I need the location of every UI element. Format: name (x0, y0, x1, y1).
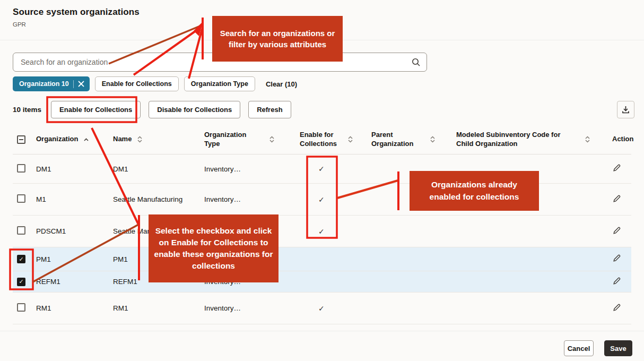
cell-name: Seattle Manufacturing (113, 195, 204, 203)
sort-icon[interactable] (269, 136, 274, 143)
cell-organization-type: Inventory… (204, 165, 300, 173)
active-filter-label: Organization 10 (19, 80, 69, 88)
refresh-button[interactable]: Refresh (248, 101, 291, 118)
column-header-modeled-subinventory-code[interactable]: Modeled Subinventory Code for Child Orga… (456, 131, 605, 148)
table-row-pdscm1[interactable]: PDSCM1 Seattle Manufacturing Inventory… … (13, 216, 631, 247)
row-checkbox[interactable] (17, 194, 25, 203)
column-header-organization-type[interactable]: Organization Type (204, 131, 300, 148)
column-header-organization[interactable]: Organization (36, 135, 113, 143)
save-button[interactable]: Save (604, 340, 632, 356)
cell-organization: RM1 (36, 304, 113, 312)
source-system-organizations-page: Source system organizations GPR Organiza… (0, 0, 644, 361)
active-filter-chip[interactable]: Organization 10 (13, 76, 90, 91)
enable-for-collections-button[interactable]: Enable for Collections (51, 101, 141, 118)
sort-icon[interactable] (430, 136, 435, 143)
page-title: Source system organizations (13, 7, 140, 18)
column-header-enable-for-collections[interactable]: Enable for Collections (300, 131, 371, 148)
select-all-checkbox[interactable] (17, 135, 25, 144)
table-row-dm1[interactable]: DM1 DM1 Inventory… ✓ (13, 154, 631, 184)
cell-organization: REFM1 (36, 278, 113, 286)
cell-name: Seattle Manufacturing (113, 227, 204, 235)
edit-pencil-icon[interactable] (612, 303, 621, 312)
column-header-name[interactable]: Name (113, 135, 204, 143)
cell-organization: PM1 (36, 255, 113, 263)
row-checkbox[interactable] (17, 303, 25, 312)
row-checkbox[interactable] (17, 226, 25, 235)
search-icon[interactable] (405, 53, 427, 71)
clear-filters-button[interactable]: Clear (10) (266, 80, 297, 88)
edit-pencil-icon[interactable] (612, 277, 621, 286)
search-bar[interactable] (13, 53, 427, 72)
annotation-arrowhead (194, 21, 203, 36)
organizations-table: Organization Name Organization Type Enab… (13, 125, 631, 324)
enabled-checkmark-icon: ✓ (300, 304, 371, 313)
sort-icon[interactable] (348, 136, 353, 143)
cell-name: PM1 (113, 255, 204, 263)
sort-icon[interactable] (585, 136, 590, 143)
row-checkbox[interactable] (17, 278, 25, 286)
cancel-button[interactable]: Cancel (564, 340, 594, 356)
cell-organization: M1 (36, 195, 113, 203)
row-checkbox[interactable] (17, 255, 25, 263)
cell-organization: PDSCM1 (36, 227, 113, 235)
search-input[interactable] (13, 58, 405, 66)
table-row-pm1[interactable]: PM1 PM1 (13, 247, 631, 271)
export-button[interactable] (617, 101, 634, 118)
footer-divider (0, 331, 644, 331)
edit-pencil-icon[interactable] (612, 254, 621, 263)
remove-filter-icon[interactable] (78, 81, 84, 87)
sort-icon[interactable] (137, 136, 142, 143)
filter-chip-row: Organization 10 Enable for Collections O… (13, 76, 297, 91)
cell-name: DM1 (113, 165, 204, 173)
row-checkbox[interactable] (17, 164, 25, 173)
header-divider (0, 40, 644, 40)
column-header-action: Action (605, 135, 633, 143)
sort-asc-icon[interactable] (84, 138, 89, 141)
items-count: 10 items (13, 106, 41, 114)
column-header-parent-organization[interactable]: Parent Organization (371, 131, 456, 148)
cell-organization-type: Inventory… (204, 304, 300, 312)
download-icon (621, 105, 630, 114)
page-subtitle: GPR (13, 21, 26, 28)
cell-organization-type: Inventory… (204, 195, 300, 203)
edit-pencil-icon[interactable] (612, 194, 621, 203)
enabled-checkmark-icon: ✓ (300, 227, 371, 236)
chip-divider (73, 80, 74, 88)
disable-for-collections-button[interactable]: Disable for Collections (149, 101, 240, 118)
enabled-checkmark-icon: ✓ (300, 165, 371, 173)
cell-name: REFM1 (113, 278, 204, 286)
table-header-row: Organization Name Organization Type Enab… (13, 125, 631, 154)
edit-pencil-icon[interactable] (612, 164, 621, 173)
filter-chip-enable-for-collections[interactable]: Enable for Collections (95, 76, 179, 91)
cell-organization: DM1 (36, 165, 113, 173)
enabled-checkmark-icon: ✓ (300, 195, 371, 204)
table-row-refm1[interactable]: REFM1 REFM1 Inventory… (13, 271, 631, 293)
filter-chip-organization-type[interactable]: Organization Type (184, 76, 255, 91)
cell-organization-type: Inventory… (204, 278, 300, 286)
table-toolbar: 10 items Enable for Collections Disable … (13, 101, 291, 118)
edit-pencil-icon[interactable] (612, 226, 621, 235)
cell-name: RM1 (113, 304, 204, 312)
cell-organization-type: Inventory… (204, 227, 300, 235)
table-row-m1[interactable]: M1 Seattle Manufacturing Inventory… ✓ (13, 184, 631, 216)
table-row-rm1[interactable]: RM1 RM1 Inventory… ✓ (13, 293, 631, 324)
